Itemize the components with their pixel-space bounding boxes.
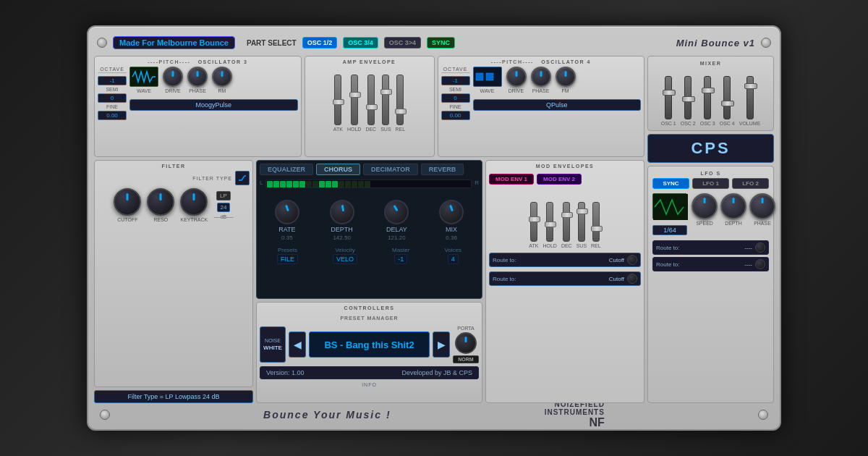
amp-atk-thumb[interactable]	[333, 99, 344, 105]
fx-master-value[interactable]: -1	[394, 254, 407, 264]
osc4-drive-knob[interactable]	[506, 67, 527, 87]
mixer-osc4-track[interactable]	[723, 76, 731, 119]
mixer-osc3-track[interactable]	[704, 76, 711, 119]
mixer-osc1: OSC 1	[661, 76, 676, 126]
preset-next-btn[interactable]: ▶	[433, 332, 450, 358]
mod-hold-track[interactable]	[546, 202, 553, 242]
chorus-rate-knob[interactable]	[275, 200, 299, 224]
fx-tab-reverb[interactable]: REVERB	[421, 164, 464, 175]
mixer-osc1-thumb[interactable]	[663, 90, 676, 96]
amp-atk-track[interactable]	[334, 75, 341, 125]
osc3-rm-knob[interactable]	[212, 67, 232, 87]
mixer-osc1-track[interactable]	[665, 76, 672, 119]
lfo-route1-knob[interactable]	[755, 242, 765, 253]
chorus-mix-knob[interactable]	[439, 200, 464, 224]
mixer-vol: VOLUME	[739, 76, 761, 126]
tab-osc34b[interactable]: OSC 3>4	[384, 37, 421, 48]
amp-rel-thumb[interactable]	[395, 109, 407, 114]
norm-btn[interactable]: NORM	[453, 355, 479, 363]
filter-type-box[interactable]	[235, 171, 250, 185]
filter-cutoff-knob[interactable]	[114, 188, 141, 216]
mod-route2-knob[interactable]	[627, 274, 637, 284]
osc4-name[interactable]: QPulse	[473, 99, 642, 111]
filter-reso-knob[interactable]	[147, 188, 174, 216]
mod-env1-tab[interactable]: MOD ENV 1	[489, 174, 534, 185]
osc4-fine-value[interactable]: 0.00	[441, 111, 470, 120]
fx-tab-chorus[interactable]: CHORUS	[316, 164, 360, 175]
mod-atk-track[interactable]	[530, 202, 537, 242]
osc3-fine-value[interactable]: 0.00	[98, 111, 127, 120]
mod-sus-thumb[interactable]	[576, 208, 588, 214]
mod-env2-tab[interactable]: MOD ENV 2	[537, 174, 582, 185]
osc3-phase-knob[interactable]	[187, 67, 208, 87]
osc3-semi-value[interactable]: 0	[98, 93, 127, 103]
bottom-left-row: FILTER FILTER TYPE	[94, 160, 644, 403]
porta-knob[interactable]	[455, 332, 477, 354]
fx-tab-eq[interactable]: EQUALIZER	[260, 164, 313, 175]
mod-dec-track[interactable]	[563, 202, 570, 242]
fx-tab-deci[interactable]: DECIMATOR	[363, 164, 418, 175]
mod-rel-thumb[interactable]	[591, 226, 603, 232]
amp-hold-thumb[interactable]	[349, 92, 361, 98]
filter-db-badge[interactable]: 24	[217, 203, 231, 212]
mod-sus-track[interactable]	[578, 202, 585, 242]
filter-lp-badge[interactable]: LP	[216, 191, 231, 200]
tab-sync[interactable]: SYNC	[427, 37, 455, 48]
chorus-depth-knob[interactable]	[328, 198, 356, 226]
mixer-osc2-thumb[interactable]	[682, 96, 695, 102]
mod-rel-track[interactable]	[592, 202, 600, 242]
amp-sus: SUS	[380, 75, 391, 132]
fx-velocity-value[interactable]: VELO	[333, 254, 357, 264]
mod-hold-thumb[interactable]	[545, 221, 556, 227]
osc4-phase-knob[interactable]	[531, 67, 551, 87]
amp-hold-track[interactable]	[351, 75, 358, 125]
osc3-pitch: OCTAVE -1 SEMI 0 FINE 0.00	[98, 67, 127, 120]
lfo-rate[interactable]: 1/64	[652, 225, 687, 235]
mod-atk-thumb[interactable]	[529, 216, 540, 222]
mixer-vol-thumb[interactable]	[744, 83, 757, 89]
amp-dec-track[interactable]	[367, 75, 375, 125]
lfo-phase-knob[interactable]	[749, 193, 775, 219]
lfo-depth-knob[interactable]	[720, 193, 746, 219]
fx-presets-value[interactable]: FILE	[277, 254, 298, 264]
lfo-panel: LFO S SYNC LFO 1 LFO 2	[647, 166, 774, 403]
amp-sus-track[interactable]	[382, 75, 389, 125]
mixer-osc3-thumb[interactable]	[702, 88, 715, 93]
mixer-vol-track[interactable]	[746, 76, 754, 119]
mod-route1-knob[interactable]	[627, 255, 637, 265]
osc4-phase-item: PHASE	[531, 67, 551, 93]
osc4-semi-value[interactable]: 0	[441, 93, 470, 103]
part-select-label: PART SELECT	[247, 39, 297, 47]
svg-rect-0	[476, 73, 483, 80]
lfo-1-tab[interactable]: LFO 1	[692, 178, 729, 189]
osc4-octave-value[interactable]: -1	[441, 76, 470, 85]
lfo-route2-knob[interactable]	[755, 259, 765, 269]
lfo-route2-label: Route to:	[656, 261, 741, 268]
tab-osc12[interactable]: OSC 1/2	[302, 37, 338, 48]
mixer-osc2-label: OSC 2	[681, 121, 696, 126]
tab-osc34[interactable]: OSC 3/4	[343, 37, 378, 48]
osc4-fm-knob[interactable]	[556, 67, 576, 87]
filter-keytrack-knob[interactable]	[180, 188, 208, 216]
osc4-wave-label: WAVE	[480, 88, 495, 93]
lfo-sync-tab[interactable]: SYNC	[652, 178, 689, 189]
mixer-osc4-thumb[interactable]	[721, 101, 734, 106]
osc3-name[interactable]: MoogyPulse	[129, 99, 298, 111]
cps-panel[interactable]: CPS	[647, 134, 774, 163]
preset-prev-btn[interactable]: ◀	[289, 332, 306, 358]
mixer-osc2-track[interactable]	[684, 76, 692, 119]
osc3-octave-value[interactable]: -1	[98, 76, 127, 85]
amp-dec-thumb[interactable]	[366, 104, 378, 110]
mod-sus: SUS	[576, 202, 587, 248]
lfo-speed-knob[interactable]	[692, 193, 718, 219]
amp-rel-track[interactable]	[396, 75, 404, 125]
fx-voices-value[interactable]: 4	[448, 254, 459, 264]
preset-name-box[interactable]: Made For Melbourne Bounce	[113, 36, 235, 49]
left-center: ----PITCH---- OSCILLATOR 3 OCTAVE -1 SEM…	[94, 56, 644, 403]
lfo-2-tab[interactable]: LFO 2	[732, 178, 769, 189]
filter-reso-item: RESO	[147, 188, 174, 222]
osc3-drive-knob[interactable]	[163, 67, 183, 87]
amp-sus-thumb[interactable]	[380, 89, 392, 95]
mod-dec-thumb[interactable]	[561, 212, 573, 218]
chorus-delay-knob[interactable]	[383, 198, 411, 226]
